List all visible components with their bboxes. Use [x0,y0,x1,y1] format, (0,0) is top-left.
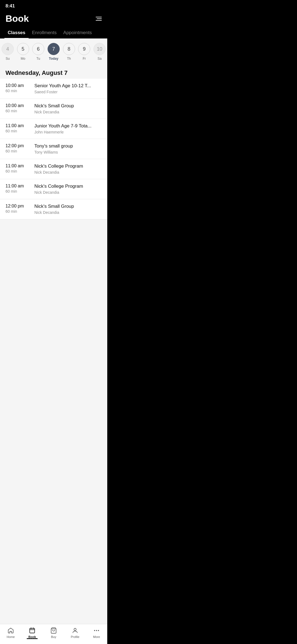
tab-appointments[interactable]: Appointments [60,27,95,38]
date-label: Fr [83,57,86,61]
profile-icon [72,627,79,634]
class-time: 11:00 am 60 min [6,184,34,193]
home-icon [7,627,14,634]
class-item-4[interactable]: 11:00 am 60 min Nick's College Program N… [0,159,107,179]
date-number: 5 [17,43,29,55]
bottom-nav: Home Book Buy Prof [0,624,107,644]
page-title: Book [6,13,29,24]
status-time: 8:41 [6,3,15,9]
class-time: 11:00 am 60 min [6,123,34,133]
class-item-1[interactable]: 10:00 am 60 min Nick's Small Group Nick … [0,99,107,119]
class-time: 10:00 am 60 min [6,83,34,93]
tab-classes[interactable]: Classes [4,27,29,38]
date-label: Today [49,57,58,61]
date-item-4[interactable]: 4 Su [2,43,14,61]
class-time: 12:00 pm 60 min [6,143,34,153]
nav-home-label: Home [7,635,15,638]
more-icon [93,627,100,634]
status-bar: 8:41 [0,0,107,9]
class-info: Nick's College Program Nick Decandia [34,184,102,195]
nav-profile-label: Profile [71,635,79,638]
nav-more-label: More [93,635,100,638]
date-number: 8 [63,43,75,55]
date-number: 7 [48,43,60,55]
class-list: 10:00 am 60 min Senior Youth Age 10-12 T… [0,79,107,219]
date-item-7[interactable]: 7 Today [48,43,60,61]
class-item-5[interactable]: 11:00 am 60 min Nick's College Program N… [0,179,107,199]
class-time: 12:00 pm 60 min [6,204,34,214]
date-picker: 4 Su 5 Mo 6 Tu 7 Today 8 Th 9 Fr 10 Sa [0,39,107,65]
svg-point-4 [98,630,99,631]
date-number: 4 [2,43,14,55]
svg-point-3 [96,630,97,631]
header: Book [0,9,107,27]
svg-rect-0 [30,628,35,633]
filter-button[interactable] [96,17,102,21]
class-item-2[interactable]: 11:00 am 60 min Junior Youth Age 7-9 Tot… [0,119,107,139]
nav-profile[interactable]: Profile [67,627,83,638]
svg-point-1 [74,628,76,631]
date-label: Su [6,57,10,61]
date-item-8[interactable]: 8 Th [63,43,75,61]
date-label: Mo [21,57,25,61]
book-icon [29,627,36,634]
class-time: 11:00 am 60 min [6,163,34,173]
class-info: Junior Youth Age 7-9 Tota... John Haemme… [34,123,102,134]
date-item-5[interactable]: 5 Mo [17,43,29,61]
class-time: 10:00 am 60 min [6,103,34,113]
class-item-6[interactable]: 12:00 pm 60 min Nick's Small Group Nick … [0,199,107,219]
nav-buy-label: Buy [51,635,56,638]
date-number: 9 [78,43,90,55]
nav-home[interactable]: Home [2,627,19,638]
tab-enrollments[interactable]: Enrollments [29,27,60,38]
date-label: Th [67,57,71,61]
tab-bar: Classes Enrollments Appointments [0,27,107,39]
class-info: Tony's small group Tony Williams [34,143,102,154]
class-info: Nick's College Program Nick Decandia [34,163,102,174]
nav-buy[interactable]: Buy [45,627,62,638]
class-item-0[interactable]: 10:00 am 60 min Senior Youth Age 10-12 T… [0,79,107,99]
svg-point-2 [94,630,95,631]
class-item-3[interactable]: 12:00 pm 60 min Tony's small group Tony … [0,139,107,159]
date-label: Sa [98,57,102,61]
buy-icon [50,627,57,634]
section-title: Wednesday, August 7 [0,65,107,79]
date-label: Tu [36,57,40,61]
nav-more[interactable]: More [88,627,105,638]
class-info: Nick's Small Group Nick Decandia [34,103,102,114]
date-number: 10 [94,43,106,55]
date-item-6[interactable]: 6 Tu [32,43,44,61]
date-item-10[interactable]: 10 Sa [94,43,106,61]
date-number: 6 [32,43,44,55]
main-content: 4 Su 5 Mo 6 Tu 7 Today 8 Th 9 Fr 10 Sa W… [0,39,107,627]
class-info: Senior Youth Age 10-12 T... Saeed Foster [34,83,102,94]
class-info: Nick's Small Group Nick Decandia [34,204,102,215]
nav-book[interactable]: Book [24,627,40,638]
date-item-9[interactable]: 9 Fr [78,43,90,61]
